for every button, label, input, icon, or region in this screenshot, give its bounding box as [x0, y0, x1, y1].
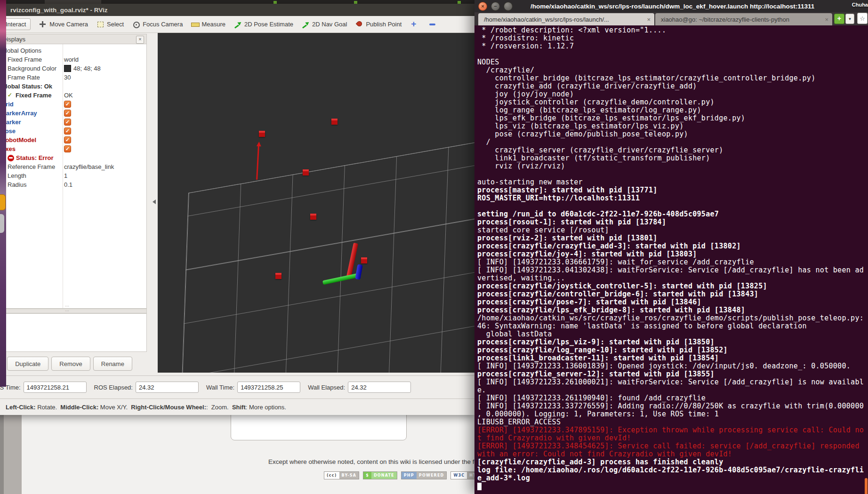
- time-field-input[interactable]: [136, 382, 199, 393]
- enabled-checkbox[interactable]: [64, 119, 71, 126]
- terminal-line: joystick_controller (crazyflie_demo/cont…: [477, 98, 868, 106]
- display-row[interactable]: Status: Error: [0, 153, 146, 162]
- time-field-label: Wall Elapsed:: [308, 384, 345, 391]
- enabled-checkbox[interactable]: [64, 145, 71, 152]
- panel-collapse-arrow[interactable]: [153, 199, 156, 204]
- terminal-line: [477, 202, 868, 210]
- time-field-input[interactable]: [24, 382, 87, 393]
- terminal-scrollbar-thumb[interactable]: [865, 478, 868, 494]
- display-row-value[interactable]: 30: [64, 74, 71, 81]
- terminal-titlebar[interactable]: × − /home/xiaohao/catkin_ws/src/lps-ros/…: [474, 0, 868, 12]
- display-row[interactable]: Axes: [0, 144, 146, 153]
- display-row[interactable]: Pose: [0, 127, 146, 135]
- display-row[interactable]: Radius 0.1: [0, 180, 146, 189]
- terminal-line: /crazyflie/: [477, 66, 868, 74]
- toolbar-button[interactable]: [410, 21, 420, 28]
- launcher-icon-partial-1[interactable]: [0, 194, 6, 210]
- display-row-label: MarkerArray: [1, 110, 37, 117]
- minimize-button[interactable]: −: [491, 2, 500, 11]
- wiki-badges: (cc) BY-SA $ DONATE PHP POWERED W3C HTML…: [324, 471, 490, 479]
- wiki-badge[interactable]: (cc) BY-SA: [324, 471, 359, 479]
- toolbar-button[interactable]: Publish Point: [355, 21, 402, 28]
- toolbar-button[interactable]: Measure: [191, 21, 225, 28]
- terminal-line: process[crazyflie_server-12]: started wi…: [477, 370, 868, 378]
- bookmark-star-icon[interactable]: ☆: [857, 13, 868, 24]
- toolbar-button[interactable]: Move Camera: [39, 21, 88, 28]
- display-row[interactable]: MarkerArray: [0, 109, 146, 118]
- panel-splitter-handle[interactable]: [0, 309, 147, 313]
- time-field-input[interactable]: [348, 382, 411, 393]
- terminal-tab[interactable]: xiaohao@go: ~/bitcraze/crazyflie-clients…: [655, 13, 832, 25]
- enabled-checkbox[interactable]: [64, 127, 71, 135]
- tab-close-icon[interactable]: ×: [647, 16, 651, 23]
- wiki-license-text: Except where otherwise noted, content on…: [268, 458, 474, 465]
- displays-panel-header[interactable]: Displays ×: [0, 34, 147, 44]
- terminal-line: process[crazyflie/pose-7]: started with …: [477, 298, 868, 306]
- display-row[interactable]: Fixed Frame world: [0, 55, 146, 64]
- display-row-label: Radius: [8, 181, 26, 188]
- toolbar-button[interactable]: Focus Camera: [132, 21, 183, 28]
- rviz-titlebar[interactable]: rvizconfig_with_goal.rviz* - RViz: [0, 4, 474, 16]
- toolbar-icon: [96, 21, 104, 28]
- display-row-value[interactable]: 48; 48; 48: [73, 65, 101, 72]
- displays-action-button[interactable]: Rename: [93, 357, 132, 371]
- pose-arrow-marker: [256, 146, 259, 180]
- toolbar-button[interactable]: 2D Nav Goal: [302, 21, 347, 28]
- time-field-input[interactable]: [237, 382, 300, 393]
- display-row-value[interactable]: world: [64, 56, 79, 63]
- wiki-badge[interactable]: $ DONATE: [363, 471, 397, 479]
- time-panel: ROS Time: ROS Elapsed: Wall Time: Wall E…: [0, 375, 474, 399]
- launcher-icon-partial-2[interactable]: [0, 214, 4, 233]
- enabled-checkbox[interactable]: [64, 110, 71, 117]
- terminal-output[interactable]: * /robot_description: <?xml version="1..…: [474, 25, 868, 494]
- display-row[interactable]: Fixed Frame OK: [0, 91, 146, 100]
- terminal-line: process[rviz-2]: started with pid [13801…: [477, 234, 868, 242]
- terminal-line: process[crazyflie/lps_viz-9]: started wi…: [477, 338, 868, 346]
- displays-action-button[interactable]: Remove: [51, 357, 90, 371]
- toolbar-button[interactable]: Select: [96, 21, 124, 28]
- terminal-line: ROS_MASTER_URI=http://localhost:11311: [477, 194, 868, 202]
- display-row-value[interactable]: 1: [64, 172, 67, 179]
- display-row[interactable]: Global Status: Ok: [0, 82, 146, 91]
- display-row[interactable]: Grid: [0, 100, 146, 109]
- terminal-line: log file: /home/xiaohao/.ros/log/d60a1cd…: [477, 466, 868, 474]
- status-hint-segment: : More options.: [246, 404, 286, 411]
- display-row-label: Fixed Frame: [8, 56, 42, 63]
- status-icon: [8, 155, 14, 161]
- terminal-line: setting /run_id to d60a1cdc-2f22-11e7-92…: [477, 210, 868, 218]
- time-field: ROS Time:: [0, 382, 87, 393]
- display-row-value[interactable]: OK: [64, 92, 73, 99]
- close-button[interactable]: ×: [478, 2, 487, 11]
- terminal-line: e_add-3*.log: [477, 474, 868, 482]
- display-row[interactable]: Marker: [0, 118, 146, 127]
- terminal-line: /: [477, 138, 868, 146]
- display-row[interactable]: Length 1: [0, 171, 146, 180]
- display-row[interactable]: Global Options: [0, 46, 146, 55]
- display-row[interactable]: Background Color 48; 48; 48: [0, 64, 146, 73]
- display-row-label: Background Color: [8, 65, 56, 72]
- display-row-value[interactable]: crazyflie/base_link: [64, 163, 114, 170]
- display-row[interactable]: Frame Rate 30: [0, 73, 146, 82]
- enabled-checkbox[interactable]: [64, 101, 71, 108]
- displays-action-button[interactable]: Duplicate: [7, 357, 48, 371]
- terminal-line: log_range (bitcraze_lps_estimator/log_ra…: [477, 106, 868, 114]
- toolbar-button[interactable]: 2D Pose Estimate: [234, 21, 293, 28]
- wiki-badge[interactable]: PHP POWERED: [401, 471, 447, 479]
- toolbar-button[interactable]: [429, 21, 439, 28]
- tab-close-icon[interactable]: ×: [825, 16, 828, 23]
- close-icon[interactable]: ×: [136, 36, 144, 44]
- terminal-tab[interactable]: /home/xiaohao/catkin_ws/src/lps-ros/laun…: [478, 13, 654, 25]
- toolbar-icon: [429, 21, 436, 28]
- display-row-value[interactable]: 0.1: [64, 181, 72, 188]
- new-tab-button[interactable]: +: [834, 14, 844, 24]
- terminal-window: × − /home/xiaohao/catkin_ws/src/lps-ros/…: [474, 0, 868, 494]
- 3d-viewport[interactable]: [158, 33, 474, 373]
- enabled-checkbox[interactable]: [64, 136, 71, 143]
- launcher-strip: [0, 0, 6, 387]
- terminal-line: vertised, waiting...: [477, 274, 868, 282]
- display-row[interactable]: Reference Frame crazyflie/base_link: [0, 162, 146, 171]
- display-row[interactable]: RobotModel: [0, 135, 146, 144]
- maximize-button[interactable]: [504, 2, 513, 11]
- tab-dropdown-button[interactable]: ▼: [845, 14, 854, 24]
- terminal-line: crazyflie_server (crazyflie_driver/crazy…: [477, 146, 868, 154]
